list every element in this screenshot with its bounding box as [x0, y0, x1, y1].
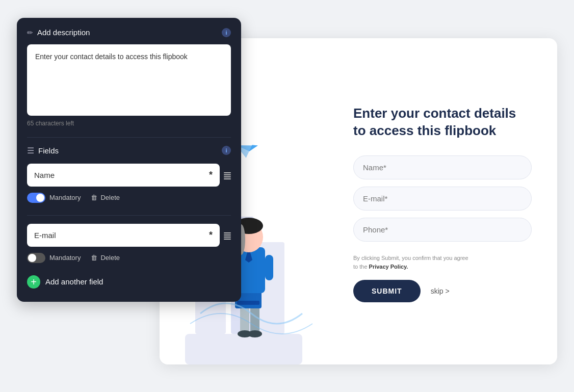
- description-textarea[interactable]: Enter your contact details to access thi…: [27, 44, 231, 116]
- fields-info-icon[interactable]: i: [222, 146, 231, 155]
- description-info-icon[interactable]: i: [222, 28, 231, 37]
- svg-rect-20: [237, 301, 259, 305]
- submit-button[interactable]: SUBMIT: [353, 280, 421, 302]
- field-email-card: E-mail * Mandatory 🗑 Delete: [27, 224, 231, 267]
- form-area: Enter your contact details to access thi…: [333, 38, 557, 364]
- svg-rect-16: [250, 306, 259, 334]
- trash-icon-email: 🗑: [91, 254, 97, 262]
- name-drag-handle[interactable]: [224, 172, 231, 179]
- svg-rect-14: [185, 334, 302, 364]
- editor-panel: ✏ Add description i Enter your contact d…: [17, 18, 241, 302]
- privacy-text: By clicking Submit, you confirm that you…: [353, 254, 532, 271]
- privacy-policy-link[interactable]: Privacy Policy.: [369, 264, 408, 270]
- email-mandatory-toggle[interactable]: [27, 253, 45, 263]
- description-header: ✏ Add description i: [27, 28, 231, 37]
- name-field-label: Name: [34, 171, 55, 179]
- fields-header: ☰ Fields i: [27, 146, 231, 155]
- description-header-left: ✏ Add description: [27, 28, 90, 37]
- form-title: Enter your contact details to access thi…: [353, 105, 532, 140]
- name-asterisk: *: [209, 170, 213, 180]
- phone-input[interactable]: [353, 218, 532, 242]
- section-divider-2: [27, 215, 231, 216]
- section-divider-1: [27, 137, 231, 138]
- pencil-icon: ✏: [27, 29, 33, 37]
- name-field-controls: Mandatory 🗑 Delete: [27, 189, 231, 207]
- email-asterisk: *: [209, 230, 213, 241]
- add-field-label: Add another field: [45, 277, 103, 286]
- name-mandatory-toggle[interactable]: [27, 193, 45, 203]
- svg-point-18: [248, 330, 262, 337]
- email-mandatory-label: Mandatory: [49, 254, 81, 262]
- form-actions: SUBMIT skip >: [353, 280, 532, 302]
- email-mandatory-toggle-wrapper: Mandatory: [27, 253, 81, 263]
- fields-title: Fields: [38, 146, 59, 155]
- name-input[interactable]: [353, 155, 532, 179]
- plus-icon: +: [27, 275, 40, 289]
- svg-rect-31: [265, 255, 273, 280]
- name-delete-button[interactable]: 🗑 Delete: [91, 194, 120, 201]
- name-field-card: Name *: [27, 164, 220, 187]
- name-mandatory-label: Mandatory: [49, 194, 81, 201]
- email-field-card: E-mail *: [27, 224, 220, 247]
- fields-header-left: ☰ Fields: [27, 146, 59, 155]
- email-delete-button[interactable]: 🗑 Delete: [91, 254, 120, 262]
- email-field-label: E-mail: [34, 231, 56, 240]
- char-count: 65 characters left: [27, 118, 231, 129]
- trash-icon-name: 🗑: [91, 194, 97, 201]
- email-drag-handle[interactable]: [224, 232, 231, 240]
- description-title: Add description: [37, 28, 90, 37]
- email-input[interactable]: [353, 187, 532, 211]
- fields-icon: ☰: [27, 146, 34, 155]
- name-mandatory-toggle-wrapper: Mandatory: [27, 193, 81, 203]
- skip-link[interactable]: skip >: [431, 287, 450, 295]
- add-field-button[interactable]: + Add another field: [27, 272, 103, 292]
- email-field-controls: Mandatory 🗑 Delete: [27, 249, 231, 267]
- field-name-card: Name * Mandatory 🗑 Delete: [27, 164, 231, 207]
